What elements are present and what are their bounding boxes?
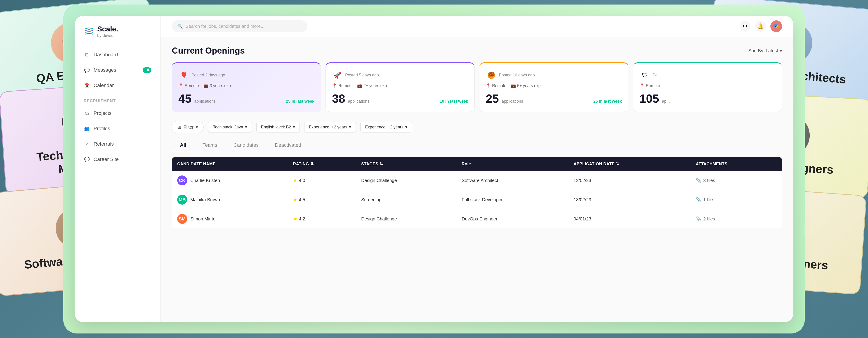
th-date: APPLICATION DATE ⇅ (568, 157, 690, 171)
tabs-row: All Teams Candidates Deactivated (172, 139, 782, 152)
opening-exp-2: 💼 2+ years exp. (357, 83, 388, 88)
briefcase-icon-2: 💼 (357, 83, 362, 88)
sidebar-item-calendar[interactable]: 📅 Calendar (74, 78, 160, 93)
sort-chevron-icon: ▾ (780, 48, 782, 54)
logo-area: Scale. by devsu (74, 25, 160, 47)
avatar-malaika: MB (177, 195, 187, 205)
sidebar-item-dashboard[interactable]: ⊞ Dashboard (74, 47, 160, 62)
tab-all[interactable]: All (172, 139, 194, 152)
nav-section-recruitment: RECRUITMENT (74, 93, 160, 105)
openings-section-header: Current Openings Sort By: Latest ▾ (172, 46, 782, 56)
location-icon-2: 📍 (332, 83, 337, 88)
opening-week-2: 10 in last week (440, 99, 468, 104)
profiles-icon: 👥 (84, 125, 90, 132)
th-stages: STAGES ⇅ (356, 157, 456, 171)
chip-experience-2[interactable]: Experience: +2 years ▾ (360, 122, 412, 132)
opening-card-1[interactable]: 🎈 Posted 2 days ago 📍 Remote 💼 (172, 62, 321, 112)
logo-name: Scale. (97, 25, 118, 33)
opening-posted-1: Posted 2 days ago (191, 73, 225, 78)
chip-label-exp1: Experience: +2 years (309, 125, 347, 129)
td-name-3: SM Simon Minter (172, 209, 287, 228)
td-stage-1: Design Challenge (356, 171, 456, 190)
td-stage-3: Design Challenge (356, 209, 456, 228)
briefcase-icon-3: 💼 (511, 83, 516, 88)
th-role: Role (456, 157, 568, 171)
user-avatar-top[interactable]: 🎭 (770, 20, 782, 32)
star-icon-2: ★ (293, 197, 298, 203)
sort-by-label: Sort By: Latest (748, 48, 778, 53)
chip-chevron-3: ▾ (349, 125, 351, 129)
settings-icon[interactable]: ⚙ (740, 21, 750, 32)
chip-english-level[interactable]: English level: B2 ▾ (256, 122, 300, 132)
opening-location-4: 📍 Remote (640, 83, 660, 88)
table-row-1[interactable]: CK Charlie Kristen ★ 4.0 Design Chal (172, 171, 782, 190)
tab-candidates[interactable]: Candidates (225, 139, 267, 152)
sidebar-item-profiles[interactable]: 👥 Profiles (74, 121, 160, 136)
search-box[interactable]: 🔍 Search for jobs, candidates and more..… (172, 20, 307, 32)
chip-chevron-1: ▾ (245, 125, 247, 129)
location-icon-1: 📍 (178, 83, 183, 88)
td-role-3: DevOps Engineer (456, 209, 568, 228)
sidebar-item-projects[interactable]: 🗂 Projects (74, 105, 160, 121)
top-bar: 🔍 Search for jobs, candidates and more..… (160, 16, 794, 37)
td-rating-2: ★ 4.5 (287, 190, 356, 209)
th-rating: RATING ⇅ (287, 157, 356, 171)
filter-button[interactable]: ⊞ Filter ▾ (172, 121, 204, 133)
td-name-1: CK Charlie Kristen (172, 171, 287, 190)
dashboard-icon: ⊞ (84, 52, 90, 58)
td-date-2: 18/02/23 (568, 190, 690, 209)
opening-count-1: 45 (178, 92, 191, 105)
opening-card-4[interactable]: 🛡 Po... 📍 Remote (633, 62, 782, 112)
opening-icon-2: 🚀 (332, 70, 343, 81)
candidates-table: CANDIDATE NAME RATING ⇅ STAGES ⇅ Role AP… (172, 157, 782, 228)
table-row-3[interactable]: SM Simon Minter ★ 4.2 Design Challen (172, 209, 782, 228)
main-content: 🔍 Search for jobs, candidates and more..… (160, 16, 794, 322)
career-site-icon: 💬 (84, 156, 90, 162)
search-placeholder: Search for jobs, candidates and more... (186, 24, 265, 29)
td-role-1: Software Architect (456, 171, 568, 190)
opening-count-3: 25 (486, 92, 499, 105)
avatar-simon: SM (177, 214, 187, 224)
opening-card-2[interactable]: 🚀 Posted 5 days ago 📍 Remote 💼 (326, 62, 475, 112)
app-window: Scale. by devsu ⊞ Dashboard 💬 Messages 1… (74, 16, 794, 322)
th-name: CANDIDATE NAME (172, 157, 287, 171)
table-row-2[interactable]: MB Malaika Brown ★ 4.5 Screening (172, 190, 782, 209)
opening-posted-2: Posted 5 days ago (345, 73, 379, 78)
opening-location-3: 📍 Remote (486, 83, 506, 88)
td-rating-1: ★ 4.0 (287, 171, 356, 190)
opening-card-3[interactable]: 🥮 Posted 10 days ago 📍 Remote 💼 (479, 62, 628, 112)
openings-row: 🎈 Posted 2 days ago 📍 Remote 💼 (172, 62, 782, 112)
opening-location-1: 📍 Remote (178, 83, 199, 88)
chip-label-english: English level: B2 (261, 125, 291, 129)
tab-deactivated[interactable]: Deactivated (267, 139, 309, 152)
opening-icon-3: 🥮 (486, 70, 497, 81)
attachment-icon-2: 📎 (696, 197, 702, 202)
sidebar: Scale. by devsu ⊞ Dashboard 💬 Messages 1… (74, 16, 160, 322)
td-attachments-3: 📎 2 files (690, 209, 782, 228)
chip-tech-stack[interactable]: Tech stack: Java ▾ (208, 122, 252, 132)
td-attachments-2: 📎 1 file (690, 190, 782, 209)
search-icon: 🔍 (177, 24, 183, 29)
td-stage-2: Screening (356, 190, 456, 209)
sidebar-item-label-messages: Messages (94, 67, 116, 73)
referrals-icon: ↗ (84, 141, 90, 147)
tab-teams[interactable]: Teams (194, 139, 225, 152)
messages-icon: 💬 (84, 67, 90, 73)
location-icon-4: 📍 (640, 83, 645, 88)
td-attachments-1: 📎 3 files (690, 171, 782, 190)
sort-by-dropdown[interactable]: Sort By: Latest ▾ (748, 48, 782, 54)
table-header: CANDIDATE NAME RATING ⇅ STAGES ⇅ Role AP… (172, 157, 782, 171)
chip-experience-1[interactable]: Experience: +2 years ▾ (304, 122, 356, 132)
opening-week-3: 25 in last week (593, 99, 622, 104)
notifications-icon[interactable]: 🔔 (755, 21, 766, 32)
opening-posted-3: Posted 10 days ago (499, 73, 535, 78)
main-app-container: Scale. by devsu ⊞ Dashboard 💬 Messages 1… (63, 4, 805, 334)
opening-icon-4: 🛡 (640, 70, 650, 81)
sidebar-item-messages[interactable]: 💬 Messages 10 (74, 62, 160, 78)
sidebar-item-referrals[interactable]: ↗ Referrals (74, 136, 160, 152)
opening-count-2: 38 (332, 92, 345, 105)
th-attachments: ATTACHMENTS (690, 157, 782, 171)
avatar-charlie: CK (177, 176, 187, 185)
sidebar-item-career-site[interactable]: 💬 Career Site (74, 152, 160, 167)
chip-label-tech: Tech stack: Java (213, 125, 243, 129)
